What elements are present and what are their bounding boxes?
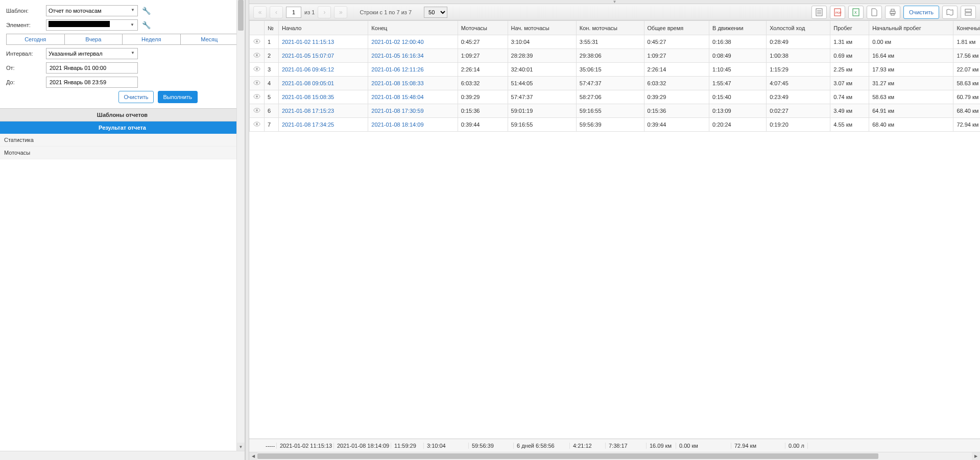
week-button[interactable]: Неделя — [123, 34, 181, 45]
cell-start[interactable]: 2021-01-08 17:34:25 — [279, 118, 368, 132]
table-row[interactable]: 42021-01-08 09:05:012021-01-08 15:08:336… — [250, 77, 981, 90]
left-panel: Шаблон: Отчет по моточасам 🔧 Элемент: 🔧 … — [0, 0, 245, 460]
sidebar-item-motohours[interactable]: Моточасы — [0, 147, 245, 159]
cell-start[interactable]: 2021-01-08 17:15:23 — [279, 104, 368, 118]
cell-mh_s: 51:44:05 — [508, 77, 576, 90]
col-header[interactable]: Моточасы — [458, 21, 508, 35]
pdf-icon[interactable]: PDF — [830, 6, 845, 19]
cell-end[interactable]: 2021-01-06 12:11:26 — [368, 63, 458, 77]
cell-move: 0:13:09 — [709, 104, 767, 118]
element-select[interactable] — [46, 19, 138, 31]
table-row[interactable]: 22021-01-05 15:07:072021-01-05 16:16:341… — [250, 49, 981, 63]
table-row[interactable]: 62021-01-08 17:15:232021-01-08 17:30:590… — [250, 104, 981, 118]
vertical-splitter[interactable] — [245, 0, 249, 460]
eye-icon[interactable] — [250, 63, 265, 77]
cell-start[interactable]: 2021-01-05 15:07:07 — [279, 49, 368, 63]
table-row[interactable]: 12021-01-02 11:15:132021-01-02 12:00:400… — [250, 35, 981, 49]
cell-end[interactable]: 2021-01-08 18:14:09 — [368, 118, 458, 132]
table-row[interactable]: 52021-01-08 15:08:352021-01-08 15:48:040… — [250, 90, 981, 104]
cell-idle: 0:23:49 — [767, 90, 830, 104]
page-input[interactable] — [286, 7, 301, 18]
col-header[interactable]: Конечный пробег — [953, 21, 980, 35]
today-button[interactable]: Сегодня — [6, 34, 65, 45]
cell-move: 0:20:24 — [709, 118, 767, 132]
cell-end[interactable]: 2021-01-05 16:16:34 — [368, 49, 458, 63]
cell-end[interactable]: 2021-01-08 15:48:04 — [368, 90, 458, 104]
toolbar: « ‹ из 1 › » Строки с 1 по 7 из 7 50 PDF… — [249, 4, 980, 20]
footer-move: 4:21:12 — [570, 443, 606, 449]
template-select[interactable]: Отчет по моточасам — [46, 5, 138, 16]
month-button[interactable]: Месяц — [181, 34, 239, 45]
file-icon[interactable] — [867, 6, 882, 19]
left-scrollbar[interactable]: ▼ — [236, 0, 245, 451]
cell-start[interactable]: 2021-01-02 11:15:13 — [279, 35, 368, 49]
horizontal-splitter[interactable]: ▼ — [249, 0, 980, 4]
col-header[interactable]: Пробег — [830, 21, 869, 35]
hscroll-thumb[interactable] — [257, 453, 878, 459]
map-icon[interactable] — [942, 6, 958, 19]
horizontal-scrollbar[interactable]: ◀ ▶ — [249, 452, 980, 460]
execute-button[interactable]: Выполнить — [158, 91, 198, 103]
yesterday-button[interactable]: Вчера — [65, 34, 123, 45]
to-input[interactable] — [46, 77, 138, 88]
cell-mh_e: 3:55:31 — [576, 35, 644, 49]
cell-move: 0:08:49 — [709, 49, 767, 63]
cell-move: 0:16:38 — [709, 35, 767, 49]
print-icon[interactable] — [885, 6, 900, 19]
cell-end[interactable]: 2021-01-02 12:00:40 — [368, 35, 458, 49]
scroll-left-icon[interactable]: ◀ — [249, 452, 257, 460]
cell-start[interactable]: 2021-01-08 15:08:35 — [279, 90, 368, 104]
col-header[interactable]: Начало — [279, 21, 368, 35]
layout-icon[interactable] — [961, 6, 976, 19]
wrench-icon[interactable]: 🔧 — [142, 7, 151, 15]
cell-total: 1:09:27 — [644, 49, 709, 63]
cell-move: 1:10:45 — [709, 63, 767, 77]
col-header[interactable]: Нач. моточасы — [508, 21, 576, 35]
report-icon[interactable] — [811, 6, 827, 19]
cell-end[interactable]: 2021-01-08 15:08:33 — [368, 77, 458, 90]
summary-row: ----- 2021-01-02 11:15:13 2021-01-08 18:… — [249, 439, 980, 452]
footer-end: 2021-01-08 18:14:09 — [334, 443, 391, 449]
cell-start[interactable]: 2021-01-08 09:05:01 — [279, 77, 368, 90]
templates-header[interactable]: Шаблоны отчетов — [0, 108, 245, 122]
table-row[interactable]: 32021-01-06 09:45:122021-01-06 12:11:262… — [250, 63, 981, 77]
left-bottom-bar — [0, 451, 245, 460]
col-header[interactable]: Кон. моточасы — [576, 21, 644, 35]
eye-icon[interactable] — [250, 77, 265, 90]
col-header[interactable]: Холостой ход — [767, 21, 830, 35]
eye-icon[interactable] — [250, 35, 265, 49]
cell-mh: 6:03:32 — [458, 77, 508, 90]
cell-start[interactable]: 2021-01-06 09:45:12 — [279, 63, 368, 77]
scroll-down-icon[interactable]: ▼ — [237, 443, 245, 451]
col-header[interactable]: Общее время — [644, 21, 709, 35]
col-header[interactable]: Конец — [368, 21, 458, 35]
cell-dist: 0.74 км — [830, 90, 869, 104]
eye-icon[interactable] — [250, 104, 265, 118]
eye-icon[interactable] — [250, 90, 265, 104]
col-header[interactable]: В движении — [709, 21, 767, 35]
page-size-select[interactable]: 50 — [424, 7, 447, 18]
eye-icon[interactable] — [250, 118, 265, 132]
clear-report-button[interactable]: Очистить — [903, 6, 939, 19]
sidebar-item-stats[interactable]: Статистика — [0, 134, 245, 147]
from-input[interactable] — [46, 62, 138, 74]
scroll-right-icon[interactable]: ▶ — [972, 452, 980, 460]
col-header[interactable]: Начальный пробег — [869, 21, 953, 35]
cell-mh_e: 58:27:06 — [576, 90, 644, 104]
col-header[interactable]: № — [265, 21, 279, 35]
clear-button[interactable]: Очистить — [118, 91, 154, 103]
scrollbar-thumb[interactable] — [238, 0, 244, 31]
cell-idle: 0:02:27 — [767, 104, 830, 118]
footer-mh-start: 3:10:04 — [424, 443, 469, 449]
eye-icon[interactable] — [250, 49, 265, 63]
interval-select[interactable]: Указанный интервал — [46, 48, 138, 59]
cell-d_e: 68.40 км — [953, 104, 980, 118]
result-header[interactable]: Результат отчета — [0, 122, 245, 134]
cell-n: 7 — [265, 118, 279, 132]
cell-end[interactable]: 2021-01-08 17:30:59 — [368, 104, 458, 118]
cell-mh_e: 35:06:15 — [576, 63, 644, 77]
footer-fuel: 0.00 л — [785, 443, 808, 449]
table-row[interactable]: 72021-01-08 17:34:252021-01-08 18:14:090… — [250, 118, 981, 132]
excel-icon[interactable]: X — [848, 6, 864, 19]
wrench-icon[interactable]: 🔧 — [142, 21, 151, 29]
